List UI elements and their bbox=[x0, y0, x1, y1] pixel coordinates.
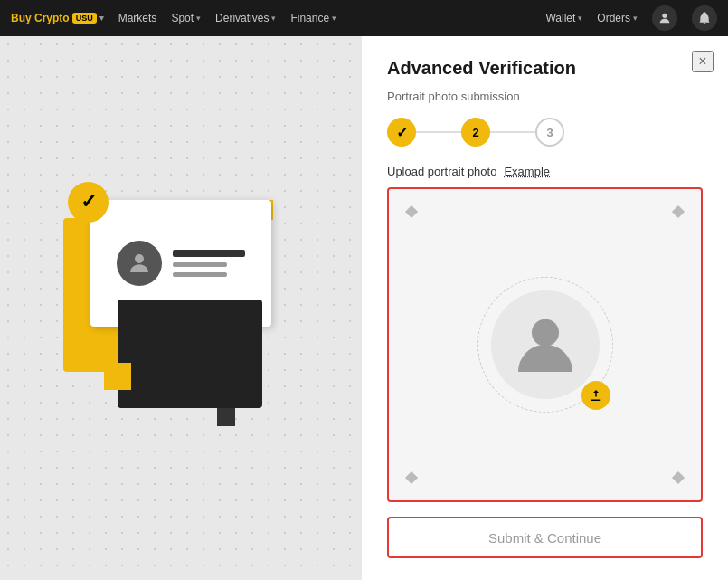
id-illustration: ✓ bbox=[54, 164, 307, 453]
steps-indicator: ✓ 2 3 bbox=[387, 118, 703, 147]
wallet-chevron-icon: ▾ bbox=[578, 14, 582, 23]
nav-spot[interactable]: Spot ▾ bbox=[171, 12, 201, 24]
nav-user-icon[interactable] bbox=[652, 5, 677, 31]
upload-trigger-button[interactable] bbox=[581, 381, 610, 410]
orders-chevron-icon: ▾ bbox=[633, 14, 638, 23]
upload-inner bbox=[473, 272, 618, 417]
step-1-circle: ✓ bbox=[387, 118, 416, 147]
dialog-panel: × Advanced Verification Portrait photo s… bbox=[362, 36, 728, 580]
id-line-3 bbox=[173, 272, 227, 277]
nav-buy-crypto[interactable]: Buy Crypto USU ▾ bbox=[11, 12, 104, 24]
id-avatar bbox=[117, 241, 162, 286]
step-line-2 bbox=[490, 131, 535, 133]
nav-finance[interactable]: Finance ▾ bbox=[290, 12, 336, 24]
upload-area[interactable] bbox=[387, 187, 703, 502]
nav-wallet[interactable]: Wallet ▾ bbox=[545, 12, 582, 24]
submit-continue-button[interactable]: Submit & Continue bbox=[387, 517, 703, 558]
illustration-panel: ✓ bbox=[0, 36, 362, 580]
nav-markets[interactable]: Markets bbox=[118, 12, 157, 24]
id-lines bbox=[173, 250, 245, 277]
checkmark-icon: ✓ bbox=[68, 182, 109, 223]
portrait-area bbox=[473, 272, 618, 417]
derivatives-chevron-icon: ▾ bbox=[271, 14, 276, 23]
buy-crypto-chevron-icon: ▾ bbox=[99, 14, 104, 23]
step-2-circle: 2 bbox=[461, 118, 490, 147]
diamond-tl bbox=[405, 205, 418, 218]
dialog-title: Advanced Verification bbox=[387, 58, 703, 79]
dialog-subtitle: Portrait photo submission bbox=[387, 90, 703, 103]
nav-badge: USU bbox=[72, 13, 97, 24]
id-card-content bbox=[102, 226, 260, 300]
svg-point-2 bbox=[532, 319, 559, 347]
nav-orders[interactable]: Orders ▾ bbox=[597, 12, 638, 24]
person-icon bbox=[509, 309, 581, 381]
step-3-circle: 3 bbox=[535, 118, 564, 147]
close-button[interactable]: × bbox=[692, 51, 714, 72]
top-navbar: Buy Crypto USU ▾ Markets Spot ▾ Derivati… bbox=[0, 0, 728, 36]
black-card bbox=[118, 300, 262, 408]
main-container: ✓ × Advanced Verification Portrait photo… bbox=[0, 36, 728, 580]
diamond-tr bbox=[672, 205, 685, 218]
example-link[interactable]: Example bbox=[504, 165, 550, 178]
small-square-bottom bbox=[104, 363, 131, 390]
finance-chevron-icon: ▾ bbox=[332, 14, 336, 23]
diamond-br bbox=[672, 471, 685, 484]
upload-label: Upload portrait photo bbox=[387, 165, 496, 178]
id-line-1 bbox=[173, 250, 245, 257]
nav-bell-icon[interactable] bbox=[692, 5, 717, 31]
svg-point-1 bbox=[135, 254, 144, 263]
spot-chevron-icon: ▾ bbox=[196, 14, 201, 23]
nav-derivatives[interactable]: Derivatives ▾ bbox=[215, 12, 276, 24]
diamond-bl bbox=[405, 471, 418, 484]
step-line-1 bbox=[416, 131, 461, 133]
upload-label-row: Upload portrait photo Example bbox=[387, 165, 703, 178]
svg-point-0 bbox=[662, 14, 667, 18]
id-line-2 bbox=[173, 262, 227, 267]
small-square-dark bbox=[217, 408, 235, 426]
